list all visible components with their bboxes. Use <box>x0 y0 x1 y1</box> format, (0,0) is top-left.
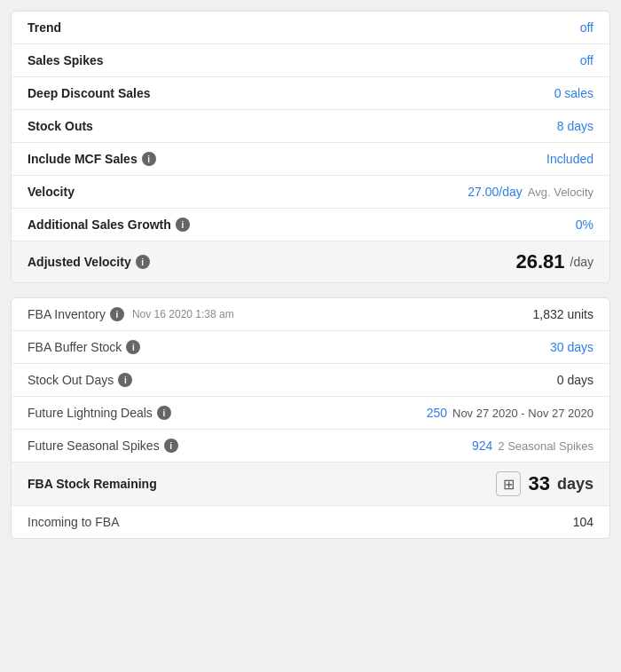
adjusted-velocity-info-icon[interactable]: i <box>136 255 150 269</box>
row-future-lightning-deals: Future Lightning Deals i 250 Nov 27 2020… <box>12 397 609 430</box>
include-mcf-label: Include MCF Sales i <box>28 152 156 166</box>
future-seasonal-spikes-label: Future Seasonal Spikes i <box>28 439 178 453</box>
fba-stock-remaining-label: FBA Stock Remaining <box>28 477 157 491</box>
future-lightning-deals-extra: Nov 27 2020 - Nov 27 2020 <box>452 407 593 420</box>
sales-spikes-label: Sales Spikes <box>28 53 104 67</box>
stock-out-days-value: 0 days <box>557 373 593 387</box>
fba-buffer-stock-label: FBA Buffer Stock i <box>28 340 140 354</box>
velocity-value[interactable]: 27.00/day Avg. Velocity <box>468 185 593 199</box>
fba-stock-remaining-number: 33 <box>528 472 549 495</box>
future-lightning-deals-value[interactable]: 250 Nov 27 2020 - Nov 27 2020 <box>427 406 593 420</box>
stock-outs-value[interactable]: 8 days <box>557 119 593 133</box>
adjusted-velocity-number: 26.81 <box>515 250 564 273</box>
fba-inventory-label: FBA Inventory i Nov 16 2020 1:38 am <box>28 307 234 321</box>
additional-sales-growth-label: Additional Sales Growth i <box>28 217 190 232</box>
row-additional-sales-growth: Additional Sales Growth i 0% <box>12 209 609 241</box>
row-deep-discount: Deep Discount Sales 0 sales <box>12 77 609 110</box>
sales-spikes-value[interactable]: off <box>580 53 593 67</box>
future-seasonal-spikes-extra: 2 Seasonal Spikes <box>498 439 593 453</box>
include-mcf-info-icon[interactable]: i <box>142 152 156 166</box>
velocity-extra: Avg. Velocity <box>528 186 593 199</box>
row-velocity: Velocity 27.00/day Avg. Velocity <box>12 176 609 209</box>
adjusted-velocity-label: Adjusted Velocity i <box>28 255 150 269</box>
fba-inventory-value: 1,832 units <box>533 307 594 321</box>
row-incoming-fba: Incoming to FBA 104 <box>12 506 609 538</box>
fba-stock-remaining-unit: days <box>557 475 593 494</box>
adjusted-velocity-value: 26.81/day <box>515 250 593 273</box>
row-fba-inventory: FBA Inventory i Nov 16 2020 1:38 am 1,83… <box>12 298 609 331</box>
velocity-number: 27.00/day <box>468 185 523 199</box>
trend-value[interactable]: off <box>580 20 593 35</box>
deep-discount-value[interactable]: 0 sales <box>554 86 593 100</box>
stock-out-days-label: Stock Out Days i <box>28 373 132 387</box>
include-mcf-value[interactable]: Included <box>546 152 593 166</box>
row-future-seasonal-spikes: Future Seasonal Spikes i 924 2 Seasonal … <box>12 430 609 462</box>
row-trend: Trend off <box>12 12 609 44</box>
future-lightning-deals-info-icon[interactable]: i <box>157 406 171 420</box>
row-stock-out-days: Stock Out Days i 0 days <box>12 364 609 397</box>
stock-outs-label: Stock Outs <box>28 119 93 133</box>
trend-label: Trend <box>28 20 61 35</box>
deep-discount-label: Deep Discount Sales <box>28 86 151 100</box>
row-sales-spikes: Sales Spikes off <box>12 44 609 77</box>
adjusted-velocity-unit: /day <box>570 255 593 269</box>
future-seasonal-spikes-value[interactable]: 924 2 Seasonal Spikes <box>472 439 593 453</box>
card-fba-inventory: FBA Inventory i Nov 16 2020 1:38 am 1,83… <box>11 297 610 539</box>
future-seasonal-spikes-number: 924 <box>472 439 492 453</box>
fba-buffer-stock-info-icon[interactable]: i <box>126 340 140 354</box>
stock-out-days-info-icon[interactable]: i <box>118 373 132 387</box>
fba-buffer-stock-value[interactable]: 30 days <box>550 340 593 354</box>
additional-sales-growth-info-icon[interactable]: i <box>176 217 190 232</box>
future-lightning-deals-label: Future Lightning Deals i <box>28 406 171 420</box>
row-include-mcf: Include MCF Sales i Included <box>12 143 609 176</box>
incoming-fba-value: 104 <box>573 515 593 529</box>
card-sales-settings: Trend off Sales Spikes off Deep Discount… <box>11 11 610 283</box>
additional-sales-growth-value[interactable]: 0% <box>576 217 593 232</box>
row-stock-outs: Stock Outs 8 days <box>12 110 609 143</box>
calculator-icon[interactable]: ⊞ <box>496 471 521 496</box>
row-fba-stock-remaining: FBA Stock Remaining ⊞ 33 days <box>12 462 609 506</box>
fba-inventory-date: Nov 16 2020 1:38 am <box>132 308 234 320</box>
fba-stock-remaining-value: ⊞ 33 days <box>496 471 593 496</box>
velocity-label: Velocity <box>28 185 75 199</box>
future-seasonal-spikes-info-icon[interactable]: i <box>164 439 178 453</box>
fba-inventory-info-icon[interactable]: i <box>110 307 124 321</box>
future-lightning-deals-number: 250 <box>427 406 447 420</box>
row-fba-buffer-stock: FBA Buffer Stock i 30 days <box>12 331 609 364</box>
row-adjusted-velocity: Adjusted Velocity i 26.81/day <box>12 241 609 282</box>
incoming-fba-label: Incoming to FBA <box>28 515 120 529</box>
